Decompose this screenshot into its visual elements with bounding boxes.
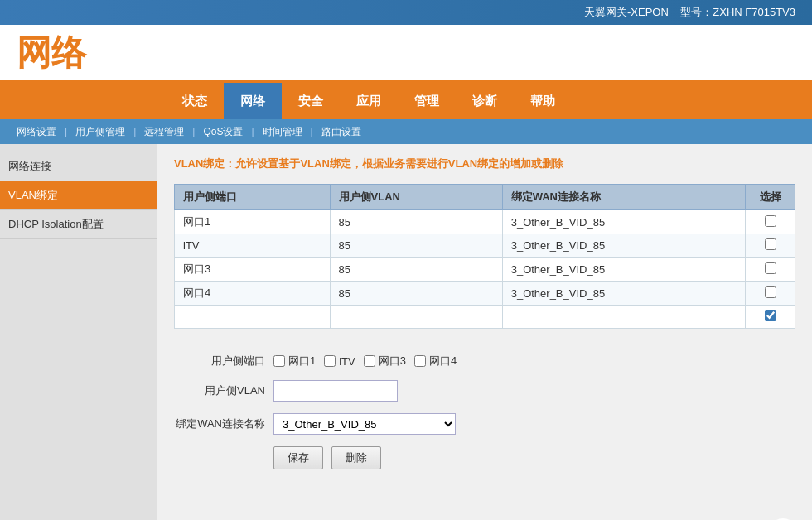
col-header-select: 选择 (746, 185, 795, 210)
cell-wan-1: 3_Other_B_VID_85 (502, 210, 745, 234)
port-option-1[interactable]: 网口1 (273, 354, 316, 368)
port-checkbox-4[interactable] (414, 355, 426, 367)
cell-empty-check (746, 306, 795, 329)
form-label-vlan: 用户侧VLAN (174, 383, 273, 398)
content-area: 网络连接 VLAN绑定 DHCP Isolation配置 VLAN绑定：允许设置… (0, 144, 812, 520)
port-label-2: iTV (339, 355, 355, 368)
nav-security[interactable]: 安全 (282, 83, 340, 119)
cell-empty-2 (330, 306, 502, 329)
wan-select[interactable]: 3_Other_B_VID_85 (273, 413, 456, 435)
table-row: 网口4 85 3_Other_B_VID_85 (175, 282, 795, 306)
cell-wan-2: 3_Other_B_VID_85 (502, 234, 745, 258)
table-row: iTV 85 3_Other_B_VID_85 (175, 234, 795, 258)
port-label-1: 网口1 (288, 354, 316, 368)
form-action-buttons: 保存 删除 (273, 446, 381, 469)
cell-check-2 (746, 234, 795, 258)
form-row-port: 用户侧端口 网口1 iTV 网口3 (174, 354, 795, 368)
form-controls-port: 网口1 iTV 网口3 网口4 (273, 354, 457, 368)
main-nav: 状态 网络 安全 应用 管理 诊断 帮助 (0, 83, 812, 119)
row-checkbox-4[interactable] (765, 286, 776, 298)
port-option-4[interactable]: 网口4 (414, 354, 457, 368)
cell-empty-3 (502, 306, 745, 329)
subnav-route[interactable]: 路由设置 (313, 119, 370, 144)
form-label-wan: 绑定WAN连接名称 (174, 416, 273, 431)
nav-help[interactable]: 帮助 (514, 83, 572, 119)
sub-nav: 网络设置 | 用户侧管理 | 远程管理 | QoS设置 | 时间管理 | 路由设… (0, 119, 812, 144)
device-name: 天翼网关-XEPON (584, 5, 669, 20)
subnav-network-settings[interactable]: 网络设置 (8, 119, 65, 144)
col-header-vlan: 用户侧VLAN (330, 185, 502, 210)
form-row-vlan: 用户侧VLAN (174, 380, 795, 402)
cell-empty-1 (175, 306, 331, 329)
port-label-4: 网口4 (429, 354, 457, 368)
page-description: VLAN绑定：允许设置基于VLAN绑定，根据业务需要进行VLAN绑定的增加或删除 (174, 156, 795, 171)
nav-status[interactable]: 状态 (166, 83, 224, 119)
sidebar-item-dhcp-isolation[interactable]: DHCP Isolation配置 (0, 210, 157, 239)
subnav-remote-manage[interactable]: 远程管理 (136, 119, 192, 144)
save-button[interactable]: 保存 (273, 446, 323, 469)
cell-vlan-3: 85 (330, 258, 502, 282)
nav-app[interactable]: 应用 (340, 83, 398, 119)
vlan-input[interactable] (273, 380, 398, 402)
subnav-time[interactable]: 时间管理 (254, 119, 311, 144)
form-area: 用户侧端口 网口1 iTV 网口3 (174, 345, 795, 489)
logo-text: 网络 (17, 30, 86, 76)
row-checkbox-1[interactable] (765, 215, 776, 227)
col-header-wan: 绑定WAN连接名称 (502, 185, 745, 210)
port-checkbox-1[interactable] (273, 355, 285, 367)
cell-port-2: iTV (175, 234, 331, 258)
nav-diagnose[interactable]: 诊断 (456, 83, 514, 119)
main-content: VLAN绑定：允许设置基于VLAN绑定，根据业务需要进行VLAN绑定的增加或删除… (157, 144, 812, 520)
logo-bar: 网络 (0, 25, 812, 83)
table-row-empty (175, 306, 795, 329)
port-checkbox-3[interactable] (364, 355, 375, 367)
nav-manage[interactable]: 管理 (398, 83, 456, 119)
form-row-wan: 绑定WAN连接名称 3_Other_B_VID_85 (174, 413, 795, 435)
cell-vlan-1: 85 (330, 210, 502, 234)
subnav-user-manage[interactable]: 用户侧管理 (67, 119, 133, 144)
cell-check-4 (746, 282, 795, 306)
row-checkbox-3[interactable] (765, 262, 776, 274)
cell-port-1: 网口1 (175, 210, 331, 234)
row-checkbox-2[interactable] (765, 238, 776, 250)
sidebar-item-network-connection[interactable]: 网络连接 (0, 152, 157, 181)
nav-network[interactable]: 网络 (224, 83, 282, 119)
form-label-port: 用户侧端口 (174, 354, 273, 368)
cell-vlan-2: 85 (330, 234, 502, 258)
delete-button[interactable]: 删除 (331, 446, 381, 469)
cell-port-3: 网口3 (175, 258, 331, 282)
cell-wan-4: 3_Other_B_VID_85 (502, 282, 745, 306)
subnav-qos[interactable]: QoS设置 (195, 119, 251, 144)
cell-port-4: 网口4 (175, 282, 331, 306)
port-option-3[interactable]: 网口3 (364, 354, 406, 368)
form-row-buttons: 保存 删除 (174, 446, 795, 469)
top-header: 天翼网关-XEPON 型号：ZXHN F7015TV3 (0, 0, 812, 25)
port-label-3: 网口3 (379, 354, 406, 368)
port-checkbox-2[interactable] (324, 355, 336, 367)
model-number: 型号：ZXHN F7015TV3 (680, 5, 795, 20)
sidebar: 网络连接 VLAN绑定 DHCP Isolation配置 (0, 144, 157, 520)
cell-check-3 (746, 258, 795, 282)
table-row: 网口1 85 3_Other_B_VID_85 (175, 210, 795, 234)
sidebar-item-vlan-binding[interactable]: VLAN绑定 (0, 181, 157, 210)
cell-check-1 (746, 210, 795, 234)
cell-wan-3: 3_Other_B_VID_85 (502, 258, 745, 282)
col-header-port: 用户侧端口 (175, 185, 331, 210)
port-option-2[interactable]: iTV (324, 355, 355, 368)
row-checkbox-empty[interactable] (765, 310, 776, 321)
vlan-table: 用户侧端口 用户侧VLAN 绑定WAN连接名称 选择 网口1 85 3_Othe… (174, 184, 795, 329)
table-row: 网口3 85 3_Other_B_VID_85 (175, 258, 795, 282)
cell-vlan-4: 85 (330, 282, 502, 306)
